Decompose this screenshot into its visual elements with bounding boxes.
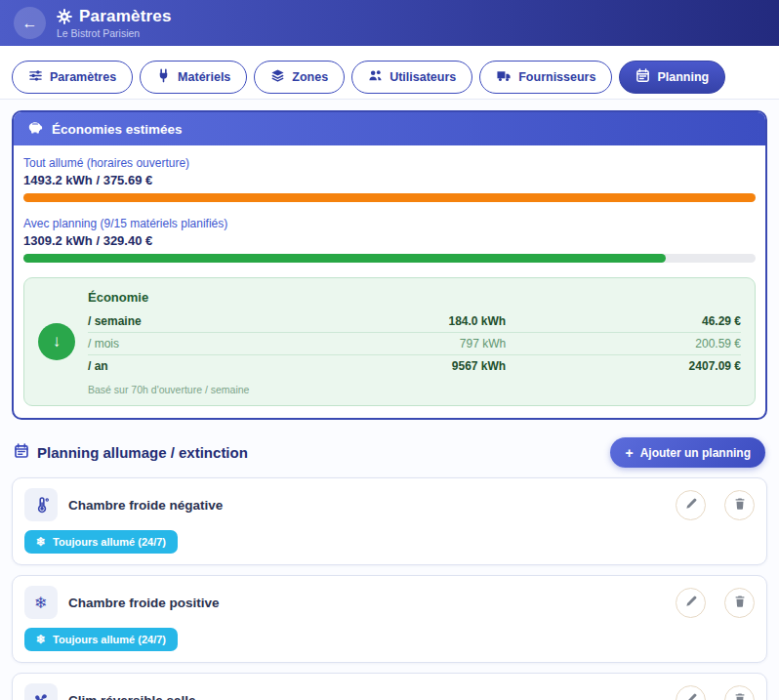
economy-period: / semaine: [88, 314, 258, 328]
sliders-icon: [28, 68, 43, 86]
arrow-left-icon: ←: [22, 15, 38, 32]
tab-bar: Paramètres Matériels Zones: [0, 46, 779, 100]
pencil-icon: [684, 497, 698, 514]
add-planning-button[interactable]: + Ajouter un planning: [610, 437, 765, 468]
equipment-name: Clim réversible salle: [68, 693, 657, 700]
tab-label: Matériels: [178, 70, 230, 84]
meter-with-planning-value: 1309.2 kWh / 329.40 €: [23, 233, 756, 248]
gear-icon: [57, 9, 72, 24]
tab-utilisateurs[interactable]: Utilisateurs: [351, 61, 472, 94]
tab-label: Utilisateurs: [390, 70, 456, 84]
meter-all-on: Tout allumé (horaires ouverture) 1493.2 …: [23, 156, 756, 202]
edit-button[interactable]: [676, 685, 706, 700]
economy-note: Basé sur 70h d'ouverture / semaine: [88, 377, 741, 395]
economy-table: Économie / semaine 184.0 kWh 46.29 € / m…: [88, 288, 741, 395]
badge-label: Toujours allumé (24/7): [53, 536, 166, 548]
snowflake-icon: ❄: [24, 586, 58, 619]
bar-all-on-fill: [23, 193, 756, 202]
edit-button[interactable]: [676, 490, 706, 520]
tab-label: Fournisseurs: [518, 70, 595, 84]
calendar-icon: [636, 68, 650, 86]
pencil-icon: [684, 692, 698, 700]
economy-euro: 2407.09 €: [506, 359, 741, 373]
bar-with-planning-fill: [23, 254, 666, 263]
pencil-icon: [684, 595, 698, 611]
piggy-bank-icon: [26, 120, 43, 138]
tab-label: Zones: [292, 70, 328, 84]
economy-kwh: 9567 kWh: [258, 359, 506, 373]
delete-button[interactable]: [724, 588, 755, 618]
progress-track: [23, 254, 756, 263]
tab-materiels[interactable]: Matériels: [140, 61, 247, 94]
equipment-name: Chambre froide négative: [68, 498, 657, 513]
economy-euro: 46.29 €: [506, 314, 741, 328]
meter-all-on-label: Tout allumé (horaires ouverture): [23, 156, 756, 170]
delete-button[interactable]: [724, 685, 755, 700]
trash-icon: [733, 595, 747, 611]
app-header: ← Paramètres Le Bistrot Parisien: [0, 0, 779, 46]
savings-panel-title: Économies estimées: [52, 122, 183, 137]
badge-label: Toujours allumé (24/7): [53, 634, 166, 645]
always-on-badge: ❄ Toujours allumé (24/7): [24, 628, 178, 651]
tab-label: Planning: [657, 70, 709, 84]
economy-period: / mois: [88, 337, 258, 350]
plus-icon: +: [625, 446, 633, 460]
trash-icon: [733, 497, 747, 514]
economy-euro: 200.59 €: [506, 337, 741, 350]
add-planning-label: Ajouter un planning: [640, 446, 751, 460]
calendar-icon: [14, 443, 29, 462]
economy-row-week: / semaine 184.0 kWh 46.29 €: [88, 310, 741, 332]
truck-icon: [496, 68, 512, 86]
planning-card-chambre-froide-negative: Chambre froide négative ❄ Toujo: [12, 477, 767, 565]
equipment-name: Chambre froide positive: [68, 596, 657, 610]
meter-with-planning-label: Avec planning (9/15 matériels planifiés): [23, 217, 756, 230]
planning-card-clim-reversible-salle: Clim réversible salle Mar 12:00 → 14:: [12, 673, 767, 700]
meter-all-on-value: 1493.2 kWh / 375.69 €: [23, 173, 756, 187]
trash-icon: [733, 692, 747, 700]
users-icon: [368, 68, 383, 86]
savings-panel: Économies estimées Tout allumé (horaires…: [12, 110, 767, 420]
snowflake-icon: ❄: [36, 633, 46, 646]
economy-title: Économie: [88, 288, 741, 310]
restaurant-name: Le Bistrot Parisien: [57, 27, 172, 39]
planning-section-title-wrap: Planning allumage / extinction: [14, 443, 248, 462]
edit-button[interactable]: [676, 588, 706, 618]
snowflake-icon: ❄: [36, 535, 46, 549]
main-content: Économies estimées Tout allumé (horaires…: [0, 100, 779, 700]
thermometer-icon: [24, 488, 58, 521]
back-button[interactable]: ←: [14, 7, 46, 39]
economy-kwh: 797 kWh: [258, 337, 506, 350]
tab-planning[interactable]: Planning: [619, 61, 725, 94]
planning-section-header: Planning allumage / extinction + Ajouter…: [14, 437, 765, 468]
economy-row-year: / an 9567 kWh 2407.09 €: [88, 354, 741, 377]
plug-icon: [156, 68, 171, 86]
tab-fournisseurs[interactable]: Fournisseurs: [479, 61, 612, 94]
economy-kwh: 184.0 kWh: [258, 314, 506, 328]
progress-track: [23, 193, 756, 202]
economy-period: / an: [88, 359, 258, 373]
planning-card-chambre-froide-positive: ❄ Chambre froide positive ❄: [12, 575, 767, 663]
tab-parametres[interactable]: Paramètres: [12, 61, 133, 94]
always-on-badge: ❄ Toujours allumé (24/7): [24, 530, 178, 554]
delete-button[interactable]: [724, 490, 755, 520]
page-title: Paramètres: [79, 7, 172, 26]
meter-with-planning: Avec planning (9/15 matériels planifiés)…: [23, 217, 756, 263]
economy-row-month: / mois 797 kWh 200.59 €: [88, 332, 741, 354]
fan-icon: [24, 683, 58, 700]
arrow-down-icon: ↓: [38, 323, 75, 360]
tab-label: Paramètres: [50, 70, 116, 84]
savings-panel-header: Économies estimées: [14, 112, 765, 145]
planning-section-title: Planning allumage / extinction: [37, 444, 248, 461]
layers-icon: [270, 68, 285, 86]
economy-summary: ↓ Économie / semaine 184.0 kWh 46.29 € /…: [23, 277, 756, 406]
tab-zones[interactable]: Zones: [254, 61, 345, 94]
